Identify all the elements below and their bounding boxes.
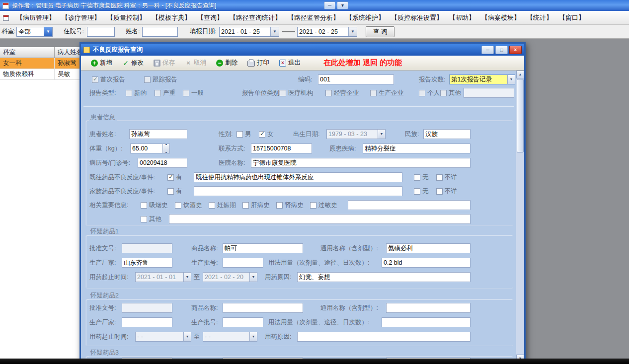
generic-name-input[interactable]: 氨磺必利 [386, 243, 471, 253]
weight-spinner[interactable]: 65.00 [130, 144, 170, 153]
batch-no-input[interactable] [223, 317, 263, 327]
past-none-checkbox[interactable]: 无 [414, 172, 429, 183]
name-input[interactable]: 孙淑莺 [129, 129, 187, 139]
exit-button[interactable]: 退出 [275, 57, 305, 69]
past-adr-input[interactable]: 既往使用抗精神病药也出现过锥体外系反应 [194, 172, 402, 182]
record-no-input[interactable]: 00209418 [138, 158, 187, 168]
menu-item-quality-control[interactable]: 【质量控制】 [104, 12, 148, 24]
maker-input[interactable]: 山东齐鲁 [122, 258, 172, 268]
menu-item-case-module[interactable]: 【病案模块】 [479, 12, 523, 24]
menu-item-query[interactable]: 【查询】 [195, 12, 226, 24]
dept-select[interactable]: 全部 [16, 27, 53, 37]
save-button[interactable]: 保存 [150, 57, 179, 69]
batch-no-input[interactable] [223, 258, 263, 268]
menu-item-template-dict[interactable]: 【模板字典】 [150, 12, 193, 24]
minimize-button[interactable] [324, 1, 335, 9]
grid-col-name[interactable]: 病人姓名 [55, 47, 80, 58]
unit-other-checkbox[interactable]: 其他 [440, 87, 461, 98]
period-to-select[interactable]: 2021 - 02 - 20 [203, 272, 257, 282]
scrollbar-thumb[interactable] [517, 79, 524, 152]
unit-medical-checkbox[interactable]: 医疗机构 [280, 87, 313, 98]
new-button[interactable]: 新增 [87, 57, 116, 69]
menu-item-statistics[interactable]: 【统计】 [524, 12, 555, 24]
family-adr-input[interactable] [194, 186, 402, 196]
approval-no-input[interactable] [122, 243, 172, 253]
grid-row[interactable]: 女一科 孙淑莺 [0, 58, 80, 69]
approval-no-input[interactable] [122, 303, 172, 313]
period-to-select[interactable]: - - [203, 332, 257, 342]
period-from-select[interactable]: 2021 - 01 - 01 [135, 272, 191, 282]
dialog-maximize-button[interactable] [495, 46, 508, 54]
taskbar[interactable] [0, 359, 629, 364]
menu-item-window[interactable]: 【窗口】 [556, 12, 587, 24]
past-has-checkbox[interactable]: 有 [167, 172, 182, 183]
other-info-input[interactable] [169, 214, 471, 224]
reason-input[interactable]: 幻觉、妄想 [297, 272, 471, 282]
menu-item-treatment-mgmt[interactable]: 【诊疗管理】 [59, 12, 103, 24]
liver-checkbox[interactable]: 肝病史 [242, 200, 270, 211]
generic-name-input[interactable] [386, 303, 471, 313]
disease-input[interactable]: 精神分裂症 [363, 144, 471, 153]
type-new-checkbox[interactable]: 新的 [126, 87, 147, 98]
other-checkbox[interactable]: 其他 [141, 214, 161, 224]
phone-input[interactable]: 15715000708 [251, 144, 312, 153]
period-from-select[interactable]: - - [135, 332, 191, 342]
unit-other-input[interactable] [464, 88, 514, 98]
inpatient-no-input[interactable] [87, 27, 115, 37]
unit-personal-checkbox[interactable]: 个人 [419, 87, 440, 98]
reason-input[interactable] [297, 332, 471, 342]
pregnancy-checkbox[interactable]: 妊娠期 [209, 200, 236, 211]
type-severe-checkbox[interactable]: 严重 [155, 87, 175, 98]
form-scrollbar[interactable] [516, 71, 524, 363]
checkbox-label: 不详 [445, 173, 457, 182]
dialog-minimize-button[interactable] [481, 46, 494, 54]
family-unknown-checkbox[interactable]: 不详 [436, 186, 457, 197]
maker-input[interactable] [122, 317, 172, 327]
kidney-checkbox[interactable]: 肾病史 [276, 200, 304, 211]
first-report-checkbox[interactable]: 首次报告 [92, 74, 125, 85]
product-name-input[interactable] [223, 303, 303, 313]
menu-item-help[interactable]: 【帮助】 [447, 12, 477, 24]
important-info-input[interactable] [348, 200, 471, 210]
menu-item-records-mgmt[interactable]: 【病历管理】 [14, 12, 58, 24]
code-input[interactable]: 001 [318, 74, 394, 84]
menu-item-qc-standard-settings[interactable]: 【质控标准设置】 [389, 12, 445, 24]
product-name-input[interactable]: 帕可 [223, 243, 303, 253]
restore-button[interactable] [337, 1, 348, 9]
grid-row[interactable]: 物质依赖科 吴敏 [0, 69, 80, 80]
unit-manufacturer-checkbox[interactable]: 生产企业 [370, 87, 403, 98]
menu-item-path-query-stats[interactable]: 【路径查询统计】 [227, 12, 284, 24]
times-select[interactable]: 第1次报告记录 [449, 74, 515, 84]
delete-button[interactable]: 删除 [212, 57, 241, 69]
track-report-checkbox[interactable]: 跟踪报告 [144, 74, 177, 85]
query-button[interactable]: 查 询 [366, 26, 394, 37]
scroll-up-arrow-icon[interactable] [516, 71, 524, 78]
nation-input[interactable]: 汉族 [423, 129, 471, 139]
family-none-checkbox[interactable]: 无 [414, 186, 429, 197]
family-has-checkbox[interactable]: 有 [167, 186, 182, 197]
grid-col-dept[interactable]: 科室 [0, 47, 55, 58]
allergy-checkbox[interactable]: 过敏史 [310, 200, 337, 211]
edit-button[interactable]: 修改 [118, 57, 148, 69]
checkbox-icon [144, 76, 151, 83]
dialog-close-button[interactable] [509, 46, 522, 54]
cancel-button[interactable]: 取消 [181, 57, 210, 69]
usage-input[interactable] [382, 317, 471, 327]
past-unknown-checkbox[interactable]: 不详 [436, 172, 457, 183]
birth-date-select[interactable]: 1979 - 03 - 23 [326, 129, 386, 139]
gender-female-checkbox[interactable]: 女 [259, 129, 274, 140]
usage-input[interactable]: 0.2 bid [382, 258, 471, 268]
print-button[interactable]: 打印 [243, 57, 273, 69]
drinking-checkbox[interactable]: 饮酒史 [175, 200, 202, 211]
smoking-checkbox[interactable]: 吸烟史 [141, 200, 168, 211]
type-general-checkbox[interactable]: 一般 [183, 87, 204, 98]
menu-item-system-maintenance[interactable]: 【系统维护】 [343, 12, 387, 24]
menu-item-path-supervision[interactable]: 【路径监管分析】 [285, 12, 342, 24]
date-to-select[interactable]: 2021 - 02 - 25 [297, 27, 357, 37]
dialog-icon [83, 47, 90, 53]
unit-business-checkbox[interactable]: 经营企业 [325, 87, 359, 98]
date-from-select[interactable]: 2021 - 01 - 25 [219, 27, 279, 37]
gender-male-checkbox[interactable]: 男 [236, 129, 251, 140]
hospital-input[interactable]: 宁德市康复医院 [251, 158, 471, 168]
patient-name-input[interactable] [142, 27, 178, 37]
